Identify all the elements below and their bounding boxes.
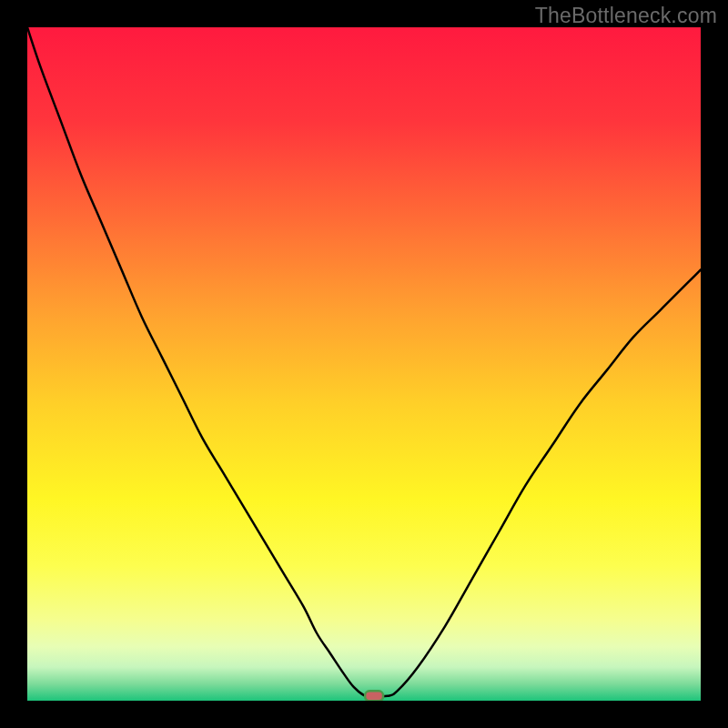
- indicator-marker: [365, 691, 383, 701]
- watermark-text: TheBottleneck.com: [535, 4, 717, 28]
- chart-background: [27, 27, 701, 701]
- chart-frame: TheBottleneck.com: [0, 0, 728, 728]
- bottleneck-chart: [27, 27, 701, 701]
